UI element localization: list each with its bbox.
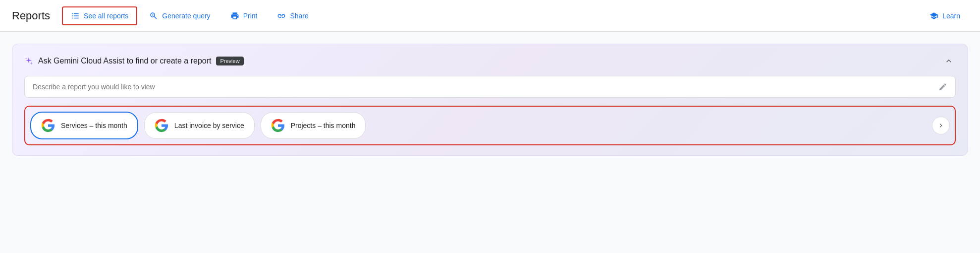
gemini-panel: Ask Gemini Cloud Assist to find or creat… (12, 44, 968, 156)
print-icon (230, 11, 239, 20)
last-invoice-label: Last invoice by service (174, 122, 244, 129)
gemini-header-left: Ask Gemini Cloud Assist to find or creat… (24, 57, 244, 65)
services-this-month-label: Services – this month (61, 122, 127, 129)
google-cloud-logo-2 (155, 119, 168, 132)
collapse-button[interactable] (942, 54, 956, 68)
see-all-reports-wrapper: See all reports (62, 6, 137, 25)
search-container (24, 76, 956, 98)
share-icon (277, 11, 286, 20)
share-button[interactable]: Share (269, 7, 316, 24)
svg-rect-2 (72, 15, 73, 16)
report-search-input[interactable] (33, 83, 934, 91)
quick-cards-container: Services – this month Last invoice by se… (24, 106, 956, 145)
projects-this-month-label: Projects – this month (291, 122, 356, 129)
last-invoice-card[interactable]: Last invoice by service (144, 112, 255, 139)
learn-icon (929, 11, 938, 20)
svg-rect-4 (72, 17, 73, 18)
toolbar: Reports See all reports Generate query P… (0, 0, 980, 32)
services-this-month-card[interactable]: Services – this month (30, 112, 138, 139)
svg-rect-5 (74, 17, 79, 18)
next-cards-button[interactable] (932, 117, 950, 134)
list-icon (71, 11, 80, 20)
sparkle-icon (24, 57, 33, 65)
see-all-reports-button[interactable]: See all reports (63, 7, 136, 24)
svg-rect-1 (74, 13, 79, 14)
svg-rect-0 (72, 13, 73, 14)
preview-badge: Preview (216, 57, 243, 65)
gemini-header: Ask Gemini Cloud Assist to find or creat… (24, 54, 956, 68)
print-button[interactable]: Print (222, 7, 266, 24)
projects-this-month-card[interactable]: Projects – this month (261, 112, 366, 139)
google-cloud-logo-1 (41, 119, 55, 132)
edit-icon (938, 82, 947, 91)
google-cloud-logo-3 (271, 119, 285, 132)
gemini-title: Ask Gemini Cloud Assist to find or creat… (38, 57, 211, 65)
svg-rect-3 (74, 15, 79, 16)
generate-query-icon (149, 11, 158, 20)
main-content: Ask Gemini Cloud Assist to find or creat… (0, 32, 980, 253)
generate-query-button[interactable]: Generate query (141, 7, 218, 24)
page-title: Reports (12, 9, 50, 22)
learn-button[interactable]: Learn (922, 7, 968, 24)
chevron-right-icon (937, 122, 945, 129)
chevron-up-icon (944, 56, 954, 66)
